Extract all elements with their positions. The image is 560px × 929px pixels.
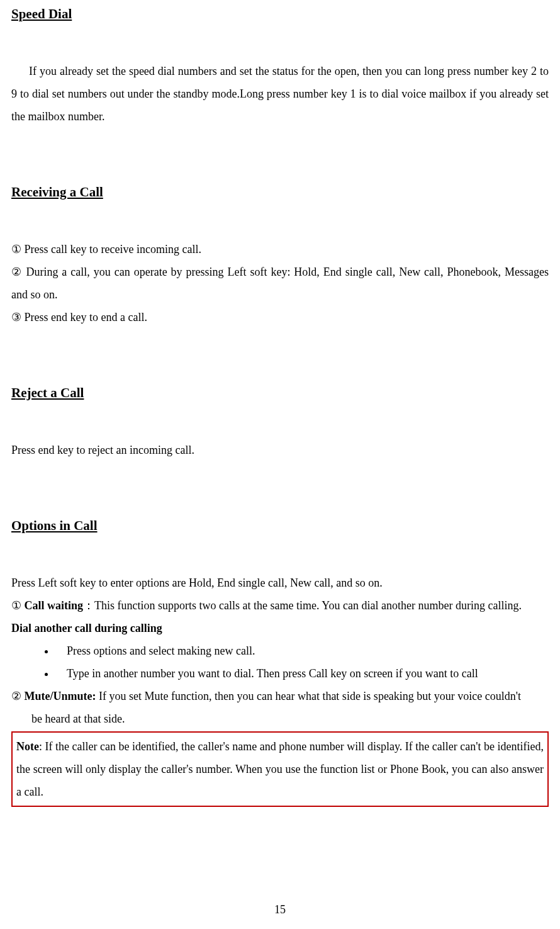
note-box: Note: If the caller can be identified, t…: [11, 731, 549, 807]
receiving-call-item-1: ① Press call key to receive incoming cal…: [11, 238, 549, 261]
reject-call-body: Press end key to reject an incoming call…: [11, 439, 549, 461]
list-item: Press options and select making new call…: [55, 639, 549, 662]
call-waiting-colon: ：: [83, 599, 94, 612]
page-number: 15: [0, 903, 560, 916]
receiving-call-item-2: ② During a call, you can operate by pres…: [11, 261, 549, 306]
mute-body-continuation: be heard at that side.: [11, 707, 549, 730]
mute-body: If you set Mute function, then you can h…: [99, 690, 521, 702]
speed-dial-body: If you already set the speed dial number…: [11, 60, 549, 128]
call-waiting-body: This function supports two calls at the …: [94, 599, 522, 612]
dial-another-list: Press options and select making new call…: [11, 639, 549, 685]
note-body: : If the caller can be identified, the c…: [16, 740, 544, 798]
mute-line: ② Mute/Unmute: If you set Mute function,…: [11, 685, 549, 707]
heading-reject-call: Reject a Call: [11, 385, 549, 401]
heading-speed-dial: Speed Dial: [11, 6, 549, 22]
heading-receiving-call: Receiving a Call: [11, 184, 549, 200]
list-item: Type in another number you want to dial.…: [55, 662, 549, 685]
call-waiting-label: Call waiting: [25, 599, 84, 612]
receiving-call-item-3: ③ Press end key to end a call.: [11, 306, 549, 329]
dial-another-heading: Dial another call during calling: [11, 617, 549, 639]
options-intro: Press Left soft key to enter options are…: [11, 571, 549, 594]
call-waiting-line: ① Call waiting：This function supports tw…: [11, 594, 549, 617]
mute-prefix: ②: [11, 690, 25, 702]
call-waiting-prefix: ①: [11, 599, 25, 612]
heading-options-in-call: Options in Call: [11, 518, 549, 534]
note-label: Note: [16, 740, 39, 753]
mute-label: Mute/Unmute:: [25, 690, 99, 702]
